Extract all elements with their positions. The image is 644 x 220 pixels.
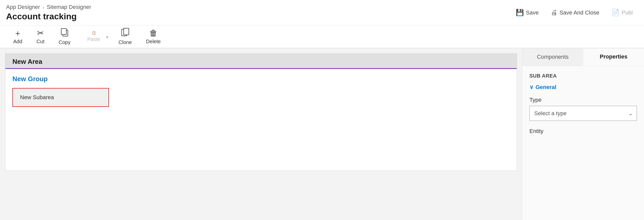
area-block: New Area New Group New Subarea bbox=[5, 53, 517, 171]
breadcrumb-app-designer: App Designer bbox=[6, 4, 40, 10]
add-button[interactable]: ＋ Add bbox=[6, 26, 29, 47]
group-title[interactable]: New Group bbox=[12, 75, 510, 83]
toolbar: ＋ Add ✂ Cut Copy 📋 Paste ▾ bbox=[0, 25, 644, 48]
save-icon: 💾 bbox=[516, 9, 524, 17]
save-and-close-label: Save And Close bbox=[559, 9, 599, 16]
copy-label: Copy bbox=[59, 39, 71, 45]
add-icon: ＋ bbox=[14, 29, 22, 37]
publish-label: Publ bbox=[622, 9, 633, 16]
svg-rect-3 bbox=[124, 28, 129, 35]
area-title[interactable]: New Area bbox=[12, 58, 42, 68]
breadcrumb-separator: › bbox=[42, 4, 44, 10]
type-select-wrapper: Select a type Entity URL WebResource Cus… bbox=[529, 106, 637, 121]
subarea-item[interactable]: New Subarea bbox=[12, 88, 109, 107]
breadcrumb-sitemap-designer: Sitemap Designer bbox=[47, 4, 91, 10]
header-actions: 💾 Save 🖨 Save And Close 📄 Publ bbox=[513, 7, 636, 18]
page-title: Account tracking bbox=[6, 11, 91, 21]
svg-rect-1 bbox=[61, 28, 66, 35]
panel-general-group[interactable]: ∨ General bbox=[529, 84, 637, 91]
panel-section-title: SUB AREA bbox=[529, 73, 637, 79]
header: App Designer › Sitemap Designer Account … bbox=[0, 0, 644, 25]
header-left: App Designer › Sitemap Designer Account … bbox=[6, 4, 91, 21]
right-panel: Components Properties SUB AREA ∨ General… bbox=[522, 48, 644, 220]
tab-components-label: Components bbox=[537, 54, 569, 60]
cut-button[interactable]: ✂ Cut bbox=[29, 26, 52, 47]
panel-tabs: Components Properties bbox=[522, 48, 644, 66]
paste-icon: 📋 bbox=[92, 31, 96, 35]
entity-field-label: Entity bbox=[529, 128, 637, 135]
main: New Area New Group New Subarea Component… bbox=[0, 48, 644, 220]
subarea-title: New Subarea bbox=[20, 94, 54, 100]
clone-icon bbox=[121, 28, 129, 38]
tab-properties[interactable]: Properties bbox=[583, 48, 644, 66]
paste-dropdown-button[interactable]: ▾ bbox=[103, 32, 112, 45]
canvas: New Area New Group New Subarea bbox=[0, 48, 522, 220]
type-field-label: Type bbox=[529, 97, 637, 103]
general-label: General bbox=[536, 84, 556, 91]
chevron-down-icon: ∨ bbox=[529, 84, 533, 91]
delete-button[interactable]: 🗑 Delete bbox=[139, 26, 168, 47]
save-and-close-icon: 🖨 bbox=[551, 9, 557, 17]
type-select[interactable]: Select a type Entity URL WebResource Cus… bbox=[529, 106, 637, 121]
paste-main: 📋 Paste ▾ bbox=[80, 28, 111, 45]
save-button[interactable]: 💾 Save bbox=[513, 7, 542, 18]
publish-button[interactable]: 📄 Publ bbox=[608, 7, 636, 18]
delete-label: Delete bbox=[146, 39, 161, 45]
publish-icon: 📄 bbox=[611, 9, 620, 17]
delete-icon: 🗑 bbox=[149, 29, 158, 37]
cut-icon: ✂ bbox=[37, 29, 44, 37]
paste-button[interactable]: 📋 Paste bbox=[80, 28, 103, 45]
copy-button[interactable]: Copy bbox=[52, 25, 78, 48]
cut-label: Cut bbox=[37, 39, 44, 45]
tab-components[interactable]: Components bbox=[522, 48, 583, 66]
paste-label: Paste bbox=[87, 36, 100, 42]
paste-chevron-icon: ▾ bbox=[106, 34, 108, 40]
clone-button[interactable]: Clone bbox=[112, 25, 139, 48]
area-body: New Group New Subarea bbox=[5, 69, 517, 171]
save-label: Save bbox=[526, 9, 539, 16]
area-header: New Area bbox=[5, 54, 517, 69]
panel-body: SUB AREA ∨ General Type Select a type En… bbox=[522, 66, 644, 220]
save-and-close-button[interactable]: 🖨 Save And Close bbox=[548, 7, 602, 18]
breadcrumb: App Designer › Sitemap Designer bbox=[6, 4, 91, 10]
tab-properties-label: Properties bbox=[600, 53, 627, 60]
add-label: Add bbox=[13, 39, 22, 45]
paste-wrapper: 📋 Paste ▾ bbox=[77, 26, 111, 47]
copy-icon bbox=[61, 28, 68, 38]
clone-label: Clone bbox=[119, 39, 132, 45]
